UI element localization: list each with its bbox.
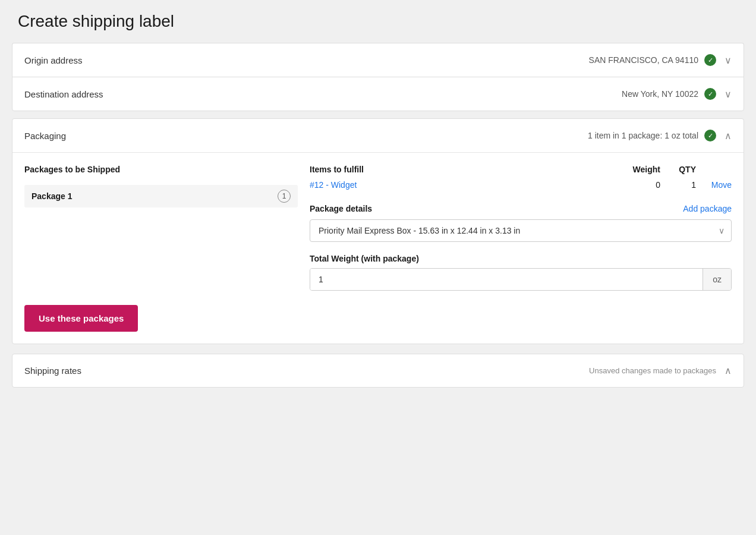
item-weight: 0 xyxy=(601,180,660,190)
package-details: Package details Add package Priority Mai… xyxy=(310,204,732,291)
destination-address-section[interactable]: Destination address New York, NY 10022 ✓… xyxy=(12,77,744,111)
package-1-name: Package 1 xyxy=(32,191,278,201)
origin-address-section[interactable]: Origin address SAN FRANCISCO, CA 94110 ✓… xyxy=(12,43,744,77)
item-link[interactable]: #12 - Widget xyxy=(310,180,601,190)
item-qty: 1 xyxy=(660,180,696,190)
origin-chevron-icon: ∨ xyxy=(724,55,732,66)
weight-input[interactable] xyxy=(310,269,703,290)
move-button[interactable]: Move xyxy=(696,180,732,190)
weight-input-row: oz xyxy=(310,268,732,291)
weight-column-header: Weight xyxy=(601,165,660,174)
origin-label: Origin address xyxy=(24,55,83,65)
package-details-label: Package details xyxy=(310,204,372,213)
package-type-select[interactable]: Priority Mail Express Box - 15.63 in x 1… xyxy=(310,219,732,242)
packaging-label: Packaging xyxy=(24,131,66,141)
shipping-rates-label: Shipping rates xyxy=(24,366,81,376)
weight-unit: oz xyxy=(703,269,731,290)
total-weight-label: Total Weight (with package) xyxy=(310,254,732,263)
qty-column-header: QTY xyxy=(660,165,696,174)
use-packages-button[interactable]: Use these packages xyxy=(24,305,138,332)
page-title: Create shipping label xyxy=(12,12,744,31)
origin-value: SAN FRANCISCO, CA 94110 xyxy=(589,55,698,65)
shipping-rates-section[interactable]: Shipping rates Unsaved changes made to p… xyxy=(12,354,744,388)
add-package-link[interactable]: Add package xyxy=(683,204,732,213)
total-weight-section: Total Weight (with package) oz xyxy=(310,254,732,291)
shipping-rates-chevron-icon: ∧ xyxy=(724,365,732,376)
destination-chevron-icon: ∨ xyxy=(724,89,732,100)
destination-value: New York, NY 10022 xyxy=(622,89,698,99)
packages-column-header: Packages to be Shipped xyxy=(24,165,298,180)
package-1-badge: 1 xyxy=(278,190,291,203)
package-1-row[interactable]: Package 1 1 xyxy=(24,185,298,207)
destination-check-icon: ✓ xyxy=(704,88,716,100)
packaging-header[interactable]: Packaging 1 item in 1 package: 1 oz tota… xyxy=(12,119,744,153)
package-type-select-container[interactable]: Priority Mail Express Box - 15.63 in x 1… xyxy=(310,219,732,242)
destination-label: Destination address xyxy=(24,89,103,99)
item-row: #12 - Widget 0 1 Move xyxy=(310,180,732,190)
unsaved-changes-label: Unsaved changes made to packages xyxy=(589,366,716,375)
origin-check-icon: ✓ xyxy=(704,54,716,66)
items-column-header: Items to fulfill xyxy=(310,165,601,174)
packaging-check-icon: ✓ xyxy=(704,130,716,141)
packaging-section: Packaging 1 item in 1 package: 1 oz tota… xyxy=(12,118,744,344)
packaging-chevron-icon: ∧ xyxy=(724,130,732,141)
packaging-summary: 1 item in 1 package: 1 oz total xyxy=(588,131,698,140)
